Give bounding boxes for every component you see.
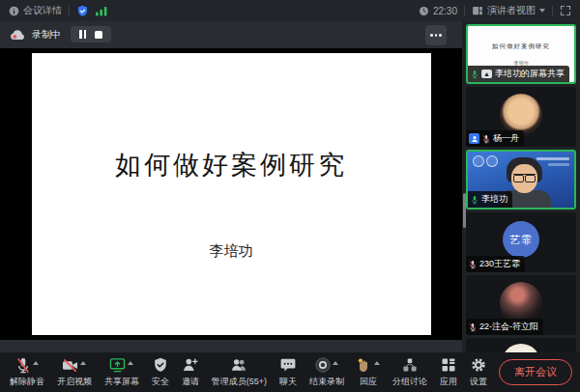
tile-participant[interactable] [466,338,576,352]
divider [552,6,553,16]
bottom-toolbar: 解除静音 开启视频 共享屏幕 [0,352,580,392]
participant-name: 22-注会-符立阳 [479,321,538,333]
avatar-initials: 艺霏 [509,233,533,247]
participant-name: 李培功的屏幕共享 [495,68,565,80]
mic-muted-icon [469,322,477,332]
mic-muted-icon [482,134,490,144]
tool-label: 解除静音 [10,376,44,388]
clock-icon [419,6,429,16]
view-mode-selector[interactable]: 演讲者视图 [472,4,545,17]
recording-label: 录制中 [32,28,61,42]
security-button[interactable]: 安全 [152,356,169,388]
reactions-button[interactable]: 回应 [357,356,380,388]
shield-icon [153,357,168,373]
cloud-record-icon [10,29,26,41]
tile-participant[interactable]: 杨一舟 [466,87,576,147]
chevron-up-icon[interactable] [33,361,39,365]
participants-sidebar: 如何做好案例研究 李培功 ▲ 李培功的屏幕共享 [462,21,580,352]
recording-indicator: 录制中 [10,26,111,42]
stop-recording-button[interactable] [95,31,102,39]
tool-label: 安全 [152,376,169,388]
tile-name-bar: 22-注会-符立阳 [466,319,543,335]
topbar-right: 22:30 演讲者视图 [419,4,571,17]
slide-title: 如何做好案例研究 [32,148,431,182]
tile-name-bar: 230王艺霏 [466,256,525,272]
gear-icon [471,357,486,373]
chat-button[interactable]: 聊天 [279,356,297,388]
fullscreen-icon[interactable] [560,5,571,16]
start-video-button[interactable]: 开启视频 [57,356,92,388]
mic-on-icon [471,70,478,79]
topbar-left: 会议详情 [9,4,108,17]
stop-record-button[interactable]: 结束录制 [309,356,344,388]
avatar [502,344,540,352]
apps-button[interactable]: 应用 [440,356,457,388]
chevron-up-icon[interactable] [333,361,338,365]
chevron-up-icon[interactable] [374,361,380,365]
unmute-button[interactable]: 解除静音 [10,356,44,388]
banner-text-decor [548,163,569,166]
tool-label: 管理成员(55+) [212,376,267,388]
tool-label: 回应 [360,376,377,388]
pause-recording-button[interactable] [79,30,86,39]
timer-value: 22:30 [433,6,457,16]
host-badge-icon [469,133,479,144]
camera-muted-icon [62,358,78,373]
avatar: 艺霏 [503,221,539,258]
participant-name: 230王艺霏 [479,258,520,270]
divider [69,6,70,16]
top-bar: 会议详情 22:30 演讲者视图 [0,0,580,21]
glasses-icon [513,174,536,182]
participant-name: 李培功 [481,193,508,206]
tile-participant[interactable]: 22-注会-符立阳 [466,275,576,335]
tile-screen-share[interactable]: 如何做好案例研究 李培功 ▲ 李培功的屏幕共享 [466,24,576,84]
person-add-icon [183,357,198,373]
invite-button[interactable]: 邀请 [182,356,199,388]
tool-label: 应用 [440,376,457,388]
sidebar-scrollbar[interactable] [463,193,466,228]
tool-label: 邀请 [182,376,199,388]
mic-on-icon [471,195,478,205]
tile-name-bar: 李培功 [468,191,512,208]
tool-label: 设置 [470,376,487,388]
tool-label: 开启视频 [57,376,92,388]
members-icon [231,357,247,373]
meeting-timer: 22:30 [419,6,457,16]
banner-text-decor [536,157,569,160]
chevron-up-icon[interactable] [128,361,133,365]
manage-members-button[interactable]: 管理成员(55+) [212,356,267,388]
recording-controls [71,26,111,42]
tile-name-bar: 杨一舟 [466,130,524,147]
slide-author: 李培功 [32,242,431,261]
view-mode-label: 演讲者视图 [487,4,536,17]
screen-share-icon: ▲ [481,70,492,78]
settings-button[interactable]: 设置 [470,356,487,388]
hand-reaction-icon [357,357,372,373]
leave-meeting-button[interactable]: 离开会议 [499,359,572,385]
logo-icon [473,155,484,167]
tile-active-speaker[interactable]: 李培功 [466,150,576,210]
tool-label: 聊天 [279,376,297,388]
security-shield-icon[interactable] [76,5,89,17]
chevron-up-icon[interactable] [80,361,86,365]
mic-muted-icon [469,260,477,269]
record-icon [315,357,331,373]
meeting-details-button[interactable]: 会议详情 [9,4,62,17]
tool-label: 分组讨论 [392,376,427,388]
info-icon [9,6,19,16]
divider [464,6,465,16]
chevron-down-icon [539,9,545,13]
meeting-details-label: 会议详情 [23,4,62,17]
logo-icon [486,155,498,167]
breakout-rooms-button[interactable]: 分组讨论 [392,356,427,388]
more-options-button[interactable] [425,25,447,45]
share-screen-button[interactable]: 共享屏幕 [104,356,139,388]
breakout-icon [402,357,418,373]
participant-name: 杨一舟 [493,132,519,145]
toolbar-items: 解除静音 开启视频 共享屏幕 [10,356,487,388]
network-signal-icon[interactable] [96,6,108,16]
shared-screen-content: 如何做好案例研究 李培功 [0,48,462,340]
tile-participant[interactable]: 艺霏 230王艺霏 [466,212,576,272]
mini-slide-author: 李培功 [468,51,574,66]
tool-label: 结束录制 [309,376,344,388]
